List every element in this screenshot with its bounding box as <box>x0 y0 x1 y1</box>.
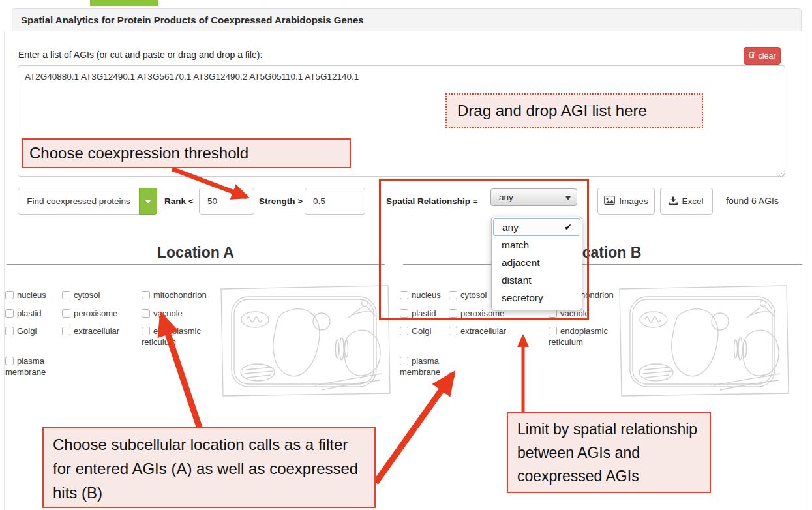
checkbox-a-cytosol[interactable]: cytosol <box>62 290 127 301</box>
checkbox-a-peroxisome[interactable]: peroxisome <box>62 308 127 319</box>
checkbox-a-extracellular[interactable]: extracellular <box>62 325 127 337</box>
checkbox-a-plastid[interactable]: plastid <box>5 308 57 319</box>
images-button-label: Images <box>619 196 648 206</box>
panel-header: Spatial Analytics for Protein Products o… <box>12 8 802 31</box>
app-screenshot: Spatial Analytics for Protein Products o… <box>0 0 812 510</box>
rank-input[interactable] <box>199 188 254 215</box>
checkbox[interactable] <box>5 309 14 318</box>
browser-tab-fragment <box>90 0 158 6</box>
location-a-divider <box>7 264 385 265</box>
checkbox-a-plasma-membrane[interactable]: plasma membrane <box>5 355 52 378</box>
checkbox[interactable] <box>5 357 14 365</box>
excel-button[interactable]: Excel <box>660 188 713 215</box>
checkbox[interactable] <box>62 309 70 318</box>
images-button[interactable]: Images <box>597 188 655 215</box>
strength-input[interactable] <box>305 188 365 215</box>
clear-button-label: clear <box>758 52 775 61</box>
checkbox[interactable] <box>62 291 70 299</box>
checkbox[interactable] <box>400 327 408 335</box>
checkbox[interactable] <box>62 327 70 335</box>
trash-icon <box>748 51 755 61</box>
checkbox-a-golgi[interactable]: Golgi <box>5 325 57 337</box>
checkbox[interactable] <box>449 327 457 335</box>
annotation-drag-drop: Drag and drop AGI list here <box>445 93 703 128</box>
plant-cell-diagram-b <box>615 282 791 398</box>
annotation-subcellular: Choose subcellular location calls as a f… <box>42 427 376 508</box>
checkbox[interactable] <box>142 327 150 335</box>
rank-label: Rank < <box>164 196 194 206</box>
checkbox-b-extracellular[interactable]: extracellular <box>449 325 514 337</box>
annotation-threshold: Choose coexpression threshold <box>22 138 351 168</box>
agi-input-label: Enter a list of AGIs (or cut and paste o… <box>18 50 262 60</box>
checkbox-a-vacuole[interactable]: vacuole <box>142 308 213 319</box>
find-coexpressed-button[interactable]: Find coexpressed proteins <box>18 188 140 215</box>
checkbox-a-endoplasmic-reticulum[interactable]: endoplasmic reticulum <box>142 325 207 348</box>
find-coexpressed-label: Find coexpressed proteins <box>27 196 130 206</box>
download-icon <box>669 196 678 207</box>
plant-cell-diagram-a <box>217 282 392 398</box>
image-icon <box>604 196 615 207</box>
checkbox[interactable] <box>142 309 150 318</box>
checkbox-b-plasma-membrane[interactable]: plasma membrane <box>400 355 447 378</box>
strength-label: Strength > <box>259 196 303 206</box>
checkbox-b-golgi[interactable]: Golgi <box>400 325 452 337</box>
container-left-border <box>4 31 5 510</box>
caret-down-icon <box>145 200 151 203</box>
annotation-limit: Limit by spatial relationship between AG… <box>507 412 711 493</box>
checkbox-a-nucleus[interactable]: nucleus <box>5 290 57 301</box>
checkbox-a-mitochondrion[interactable]: mitochondrion <box>142 290 213 301</box>
clear-button[interactable]: clear <box>744 47 781 65</box>
annotation-spatial-highlight-rect <box>379 179 589 320</box>
container-right-border <box>807 31 807 510</box>
checkbox[interactable] <box>400 357 408 365</box>
location-a-title: Location A <box>5 244 386 262</box>
checkbox[interactable] <box>5 327 14 335</box>
excel-button-label: Excel <box>682 196 703 206</box>
checkbox[interactable] <box>5 291 14 299</box>
found-agis-status: found 6 AGIs <box>726 196 779 206</box>
page-title: Spatial Analytics for Protein Products o… <box>21 14 364 25</box>
checkbox-b-endoplasmic-reticulum[interactable]: endoplasmic reticulum <box>549 325 614 348</box>
checkbox[interactable] <box>549 327 557 335</box>
find-options-caret-button[interactable] <box>139 188 157 215</box>
checkbox[interactable] <box>142 291 150 299</box>
